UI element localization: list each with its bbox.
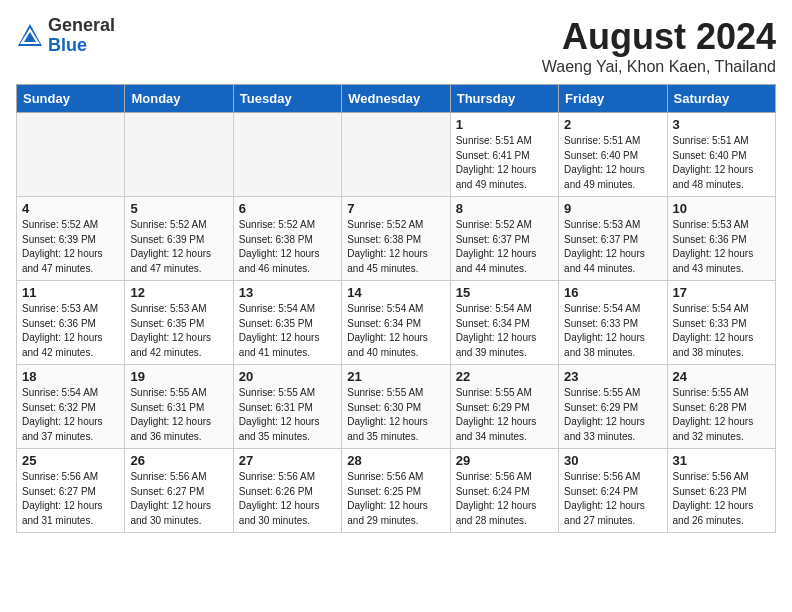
weekday-header: Tuesday bbox=[233, 85, 341, 113]
calendar-cell: 22Sunrise: 5:55 AM Sunset: 6:29 PM Dayli… bbox=[450, 365, 558, 449]
day-number: 2 bbox=[564, 117, 661, 132]
cell-info: Sunrise: 5:54 AM Sunset: 6:33 PM Dayligh… bbox=[673, 302, 770, 360]
calendar-cell: 8Sunrise: 5:52 AM Sunset: 6:37 PM Daylig… bbox=[450, 197, 558, 281]
calendar-cell: 9Sunrise: 5:53 AM Sunset: 6:37 PM Daylig… bbox=[559, 197, 667, 281]
day-number: 4 bbox=[22, 201, 119, 216]
calendar-week-row: 1Sunrise: 5:51 AM Sunset: 6:41 PM Daylig… bbox=[17, 113, 776, 197]
calendar-cell: 30Sunrise: 5:56 AM Sunset: 6:24 PM Dayli… bbox=[559, 449, 667, 533]
weekday-header: Monday bbox=[125, 85, 233, 113]
day-number: 18 bbox=[22, 369, 119, 384]
day-number: 20 bbox=[239, 369, 336, 384]
weekday-header: Sunday bbox=[17, 85, 125, 113]
title-block: August 2024 Waeng Yai, Khon Kaen, Thaila… bbox=[542, 16, 776, 76]
day-number: 10 bbox=[673, 201, 770, 216]
day-number: 5 bbox=[130, 201, 227, 216]
calendar-cell: 2Sunrise: 5:51 AM Sunset: 6:40 PM Daylig… bbox=[559, 113, 667, 197]
day-number: 17 bbox=[673, 285, 770, 300]
cell-info: Sunrise: 5:54 AM Sunset: 6:33 PM Dayligh… bbox=[564, 302, 661, 360]
day-number: 29 bbox=[456, 453, 553, 468]
calendar-cell: 10Sunrise: 5:53 AM Sunset: 6:36 PM Dayli… bbox=[667, 197, 775, 281]
calendar-cell: 15Sunrise: 5:54 AM Sunset: 6:34 PM Dayli… bbox=[450, 281, 558, 365]
month-title: August 2024 bbox=[542, 16, 776, 58]
cell-info: Sunrise: 5:55 AM Sunset: 6:31 PM Dayligh… bbox=[130, 386, 227, 444]
calendar-week-row: 25Sunrise: 5:56 AM Sunset: 6:27 PM Dayli… bbox=[17, 449, 776, 533]
calendar-week-row: 4Sunrise: 5:52 AM Sunset: 6:39 PM Daylig… bbox=[17, 197, 776, 281]
weekday-header: Wednesday bbox=[342, 85, 450, 113]
logo-general: General bbox=[48, 16, 115, 36]
calendar-cell: 11Sunrise: 5:53 AM Sunset: 6:36 PM Dayli… bbox=[17, 281, 125, 365]
calendar-cell bbox=[17, 113, 125, 197]
calendar-cell: 31Sunrise: 5:56 AM Sunset: 6:23 PM Dayli… bbox=[667, 449, 775, 533]
weekday-header: Thursday bbox=[450, 85, 558, 113]
day-number: 28 bbox=[347, 453, 444, 468]
calendar-week-row: 18Sunrise: 5:54 AM Sunset: 6:32 PM Dayli… bbox=[17, 365, 776, 449]
logo-icon bbox=[16, 22, 44, 50]
calendar-header: SundayMondayTuesdayWednesdayThursdayFrid… bbox=[17, 85, 776, 113]
day-number: 13 bbox=[239, 285, 336, 300]
cell-info: Sunrise: 5:56 AM Sunset: 6:24 PM Dayligh… bbox=[564, 470, 661, 528]
day-number: 11 bbox=[22, 285, 119, 300]
day-number: 27 bbox=[239, 453, 336, 468]
day-number: 7 bbox=[347, 201, 444, 216]
cell-info: Sunrise: 5:51 AM Sunset: 6:40 PM Dayligh… bbox=[564, 134, 661, 192]
calendar-cell: 14Sunrise: 5:54 AM Sunset: 6:34 PM Dayli… bbox=[342, 281, 450, 365]
cell-info: Sunrise: 5:54 AM Sunset: 6:34 PM Dayligh… bbox=[456, 302, 553, 360]
calendar-cell: 27Sunrise: 5:56 AM Sunset: 6:26 PM Dayli… bbox=[233, 449, 341, 533]
cell-info: Sunrise: 5:55 AM Sunset: 6:30 PM Dayligh… bbox=[347, 386, 444, 444]
day-number: 16 bbox=[564, 285, 661, 300]
calendar-cell: 20Sunrise: 5:55 AM Sunset: 6:31 PM Dayli… bbox=[233, 365, 341, 449]
cell-info: Sunrise: 5:53 AM Sunset: 6:35 PM Dayligh… bbox=[130, 302, 227, 360]
calendar-cell bbox=[233, 113, 341, 197]
cell-info: Sunrise: 5:56 AM Sunset: 6:23 PM Dayligh… bbox=[673, 470, 770, 528]
calendar-cell: 29Sunrise: 5:56 AM Sunset: 6:24 PM Dayli… bbox=[450, 449, 558, 533]
day-number: 6 bbox=[239, 201, 336, 216]
day-number: 19 bbox=[130, 369, 227, 384]
cell-info: Sunrise: 5:52 AM Sunset: 6:38 PM Dayligh… bbox=[347, 218, 444, 276]
cell-info: Sunrise: 5:53 AM Sunset: 6:36 PM Dayligh… bbox=[22, 302, 119, 360]
cell-info: Sunrise: 5:52 AM Sunset: 6:38 PM Dayligh… bbox=[239, 218, 336, 276]
cell-info: Sunrise: 5:52 AM Sunset: 6:39 PM Dayligh… bbox=[130, 218, 227, 276]
logo: General Blue bbox=[16, 16, 115, 56]
day-number: 24 bbox=[673, 369, 770, 384]
day-number: 3 bbox=[673, 117, 770, 132]
cell-info: Sunrise: 5:56 AM Sunset: 6:24 PM Dayligh… bbox=[456, 470, 553, 528]
calendar-cell: 1Sunrise: 5:51 AM Sunset: 6:41 PM Daylig… bbox=[450, 113, 558, 197]
cell-info: Sunrise: 5:56 AM Sunset: 6:27 PM Dayligh… bbox=[130, 470, 227, 528]
cell-info: Sunrise: 5:56 AM Sunset: 6:26 PM Dayligh… bbox=[239, 470, 336, 528]
cell-info: Sunrise: 5:55 AM Sunset: 6:28 PM Dayligh… bbox=[673, 386, 770, 444]
cell-info: Sunrise: 5:56 AM Sunset: 6:25 PM Dayligh… bbox=[347, 470, 444, 528]
calendar-cell: 21Sunrise: 5:55 AM Sunset: 6:30 PM Dayli… bbox=[342, 365, 450, 449]
cell-info: Sunrise: 5:51 AM Sunset: 6:40 PM Dayligh… bbox=[673, 134, 770, 192]
cell-info: Sunrise: 5:55 AM Sunset: 6:29 PM Dayligh… bbox=[456, 386, 553, 444]
page-header: General Blue August 2024 Waeng Yai, Khon… bbox=[16, 16, 776, 76]
calendar-body: 1Sunrise: 5:51 AM Sunset: 6:41 PM Daylig… bbox=[17, 113, 776, 533]
calendar-cell: 17Sunrise: 5:54 AM Sunset: 6:33 PM Dayli… bbox=[667, 281, 775, 365]
calendar-cell: 19Sunrise: 5:55 AM Sunset: 6:31 PM Dayli… bbox=[125, 365, 233, 449]
day-number: 26 bbox=[130, 453, 227, 468]
logo-blue: Blue bbox=[48, 36, 115, 56]
day-number: 23 bbox=[564, 369, 661, 384]
cell-info: Sunrise: 5:53 AM Sunset: 6:37 PM Dayligh… bbox=[564, 218, 661, 276]
day-number: 1 bbox=[456, 117, 553, 132]
day-number: 8 bbox=[456, 201, 553, 216]
cell-info: Sunrise: 5:53 AM Sunset: 6:36 PM Dayligh… bbox=[673, 218, 770, 276]
calendar-cell: 23Sunrise: 5:55 AM Sunset: 6:29 PM Dayli… bbox=[559, 365, 667, 449]
cell-info: Sunrise: 5:55 AM Sunset: 6:29 PM Dayligh… bbox=[564, 386, 661, 444]
day-number: 30 bbox=[564, 453, 661, 468]
calendar-cell: 18Sunrise: 5:54 AM Sunset: 6:32 PM Dayli… bbox=[17, 365, 125, 449]
calendar-cell bbox=[342, 113, 450, 197]
cell-info: Sunrise: 5:56 AM Sunset: 6:27 PM Dayligh… bbox=[22, 470, 119, 528]
calendar-cell: 24Sunrise: 5:55 AM Sunset: 6:28 PM Dayli… bbox=[667, 365, 775, 449]
calendar-cell bbox=[125, 113, 233, 197]
day-number: 22 bbox=[456, 369, 553, 384]
calendar-cell: 13Sunrise: 5:54 AM Sunset: 6:35 PM Dayli… bbox=[233, 281, 341, 365]
calendar-cell: 26Sunrise: 5:56 AM Sunset: 6:27 PM Dayli… bbox=[125, 449, 233, 533]
location: Waeng Yai, Khon Kaen, Thailand bbox=[542, 58, 776, 76]
day-number: 31 bbox=[673, 453, 770, 468]
calendar-cell: 25Sunrise: 5:56 AM Sunset: 6:27 PM Dayli… bbox=[17, 449, 125, 533]
cell-info: Sunrise: 5:51 AM Sunset: 6:41 PM Dayligh… bbox=[456, 134, 553, 192]
cell-info: Sunrise: 5:54 AM Sunset: 6:34 PM Dayligh… bbox=[347, 302, 444, 360]
day-number: 12 bbox=[130, 285, 227, 300]
calendar-cell: 28Sunrise: 5:56 AM Sunset: 6:25 PM Dayli… bbox=[342, 449, 450, 533]
header-row: SundayMondayTuesdayWednesdayThursdayFrid… bbox=[17, 85, 776, 113]
